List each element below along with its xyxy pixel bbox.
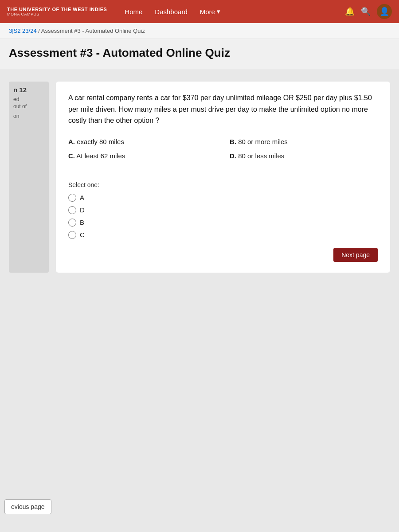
nav-icons: 🔔 🔍 👤 [345,4,392,19]
radio-label-a: A [80,194,84,201]
answer-a-text: exactly 80 miles [77,138,124,145]
radio-input-d[interactable] [68,206,76,214]
chevron-down-icon: ▾ [217,8,220,16]
graded-label: ed [13,96,44,102]
select-label: Select one: [68,181,378,188]
radio-item-b[interactable]: B [68,219,378,227]
nav-dashboard[interactable]: Dashboard [155,8,187,16]
notification-icon[interactable]: 🔔 [345,7,355,16]
radio-item-a[interactable]: A [68,194,378,202]
divider [68,174,378,174]
next-page-button[interactable]: Next page [333,248,378,262]
radio-item-d[interactable]: D [68,206,378,214]
radio-label-c: C [80,231,85,239]
radio-input-b[interactable] [68,219,76,227]
answer-c-letter: C. [68,152,75,160]
search-icon[interactable]: 🔍 [361,7,371,16]
radio-group: A D B C [68,194,378,239]
quiz-card: A car rental company rents a car for $37… [56,82,390,273]
on-label: on [13,113,44,119]
answer-c: C. At least 62 miles [68,151,216,161]
question-number: n 12 [13,86,44,94]
answer-b: B. 80 or more miles [230,137,378,147]
answer-c-text: At least 62 miles [76,152,125,160]
nav-more-label: More [200,8,215,16]
radio-item-c[interactable]: C [68,231,378,239]
content-row: n 12 ed out of on A car rental company r… [9,82,390,273]
breadcrumb-course[interactable]: 3|S2 23/24 [9,27,37,34]
campus-name: MONA CAMPUS [7,12,107,16]
question-text: A car rental company rents a car for $37… [68,92,378,126]
university-name: THE UNIVERSITY OF THE WEST INDIES [7,7,107,12]
sidebar-panel: n 12 ed out of on [9,82,49,273]
previous-page-label: evious page [11,503,45,510]
answer-b-letter: B. [230,138,236,145]
page-title: Assessment #3 - Automated Online Quiz [9,46,390,60]
page-title-bar: Assessment #3 - Automated Online Quiz [0,39,399,69]
avatar[interactable]: 👤 [377,4,392,19]
answer-d: D. 80 or less miles [230,151,378,161]
answers-grid: A. exactly 80 miles B. 80 or more miles … [68,137,378,161]
breadcrumb: 3|S2 23/24 / Assessment #3 - Automated O… [0,23,399,39]
answer-a-letter: A. [68,138,75,145]
answer-b-text: 80 or more miles [238,138,288,145]
nav-more[interactable]: More ▾ [200,8,220,16]
navbar: THE UNIVERSITY OF THE WEST INDIES MONA C… [0,0,399,23]
radio-label-b: B [80,219,84,226]
radio-input-c[interactable] [68,231,76,239]
university-brand: THE UNIVERSITY OF THE WEST INDIES MONA C… [7,7,107,16]
breadcrumb-quiz: Assessment #3 - Automated Online Quiz [41,27,145,34]
nav-links: Home Dashboard More ▾ [125,8,345,16]
answer-d-letter: D. [230,152,236,160]
previous-page-button[interactable]: evious page [4,499,51,514]
answer-a: A. exactly 80 miles [68,137,216,147]
main-content: Time left 0:54:24 n 12 ed out of on A ca… [0,69,399,468]
out-of-label: out of [13,103,44,110]
answer-d-text: 80 or less miles [238,152,284,160]
question-body: A car rental company rents a car for $37… [68,94,372,124]
radio-input-a[interactable] [68,194,76,202]
nav-home[interactable]: Home [125,8,142,16]
radio-label-d: D [80,206,85,214]
